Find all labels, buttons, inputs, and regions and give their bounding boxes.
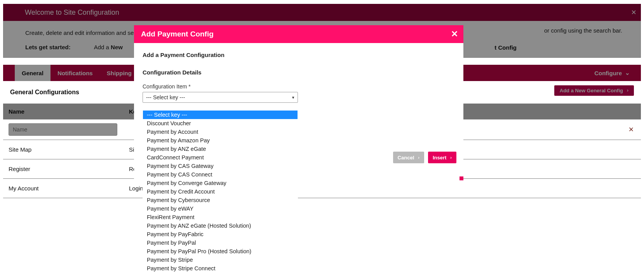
select-option[interactable]: Payment by PayFabric [143,230,298,239]
insert-label: Insert [433,155,446,161]
modal-title: Add Payment Config [141,30,214,38]
select-option[interactable]: Payment by Converge Gateway [143,179,298,187]
cancel-button[interactable]: Cancel › [393,152,424,163]
select-option[interactable]: Payment by ANZ eGate (Hosted Solution) [143,221,298,230]
select-option[interactable]: FlexiRent Payment [143,213,298,221]
select-option[interactable]: Payment by PayPal [143,239,298,247]
select-option[interactable]: CardConnect Payment [143,153,298,162]
modal-section-title: Configuration Details [143,69,455,76]
select-option[interactable]: Payment by Amazon Pay [143,136,298,145]
select-current-value: --- Select key --- [146,94,185,100]
select-option[interactable]: Payment by ANZ eGate [143,145,298,153]
select-option[interactable]: Payment by Cybersource [143,196,298,204]
chevron-right-icon: › [418,155,419,160]
select-option[interactable]: Payment by PayPal Pro (Hosted Solution) [143,247,298,256]
config-item-label: Configuration Item * [143,83,455,90]
select-option[interactable]: --- Select key --- [143,111,298,119]
modal-heading: Add a Payment Configuration [143,52,455,58]
config-item-dropdown[interactable]: --- Select key ---Discount VoucherPaymen… [143,110,298,273]
cancel-label: Cancel [398,155,414,161]
modal-header: Add Payment Config ✕ [134,25,463,43]
select-option[interactable]: Payment by Stripe [143,256,298,264]
select-option[interactable]: Payment by eWAY [143,204,298,213]
select-option[interactable]: Payment by Stripe Connect [143,264,298,273]
select-option[interactable]: Payment by Account [143,128,298,136]
modal-close-icon[interactable]: ✕ [451,29,458,39]
select-option[interactable]: Payment by CAS Connect [143,170,298,179]
insert-button[interactable]: Insert › [428,152,456,163]
select-option[interactable]: Discount Voucher [143,119,298,128]
resize-handle-icon[interactable] [460,176,463,180]
select-option[interactable]: Payment by Credit Account [143,187,298,196]
config-item-select[interactable]: --- Select key --- ▾ [143,92,298,103]
select-option[interactable]: Payment by CAS Gateway [143,162,298,170]
chevron-right-icon: › [450,155,452,160]
chevron-down-icon: ▾ [292,95,294,100]
